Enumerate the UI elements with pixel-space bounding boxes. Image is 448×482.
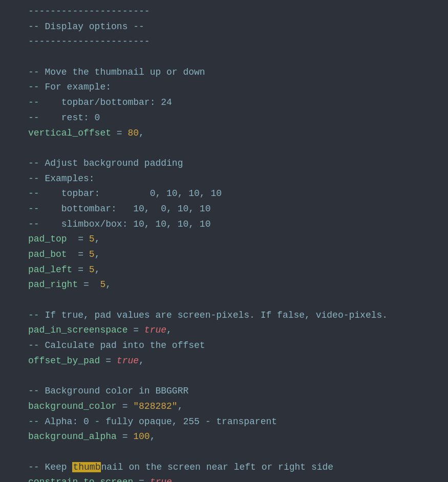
code-line: -- Adjust background padding	[28, 156, 438, 171]
code-line: -- topbar: 0, 10, 10, 10	[28, 186, 438, 202]
code-line: -- Calculate pad into the offset	[28, 338, 438, 354]
code-key: background_alpha	[28, 431, 117, 442]
code-line: -- For example:	[28, 80, 438, 95]
code-key: offset_by_pad	[28, 356, 100, 366]
code-line: -- topbar/bottombar: 24	[28, 95, 438, 111]
code-line: pad_left = 5,	[28, 262, 438, 278]
code-line: -- Examples:	[28, 171, 438, 187]
code-key: pad_right	[28, 279, 78, 290]
code-line: -- slimbox/box: 10, 10, 10, 10	[28, 217, 438, 232]
code-value: 5	[89, 249, 95, 259]
code-value: true	[117, 356, 139, 366]
code-value: 80	[127, 128, 139, 138]
code-line: ----------------------	[28, 34, 438, 50]
code-line: -- If true, pad values are screen-pixels…	[28, 308, 438, 323]
code-value: 100	[133, 431, 150, 442]
code-line: -- Move the thumbnail up or down	[28, 65, 438, 80]
code-value: 5	[89, 234, 95, 244]
code-line: -- Display options --	[28, 19, 438, 35]
code-value: 5	[89, 265, 95, 275]
code-line: pad_in_screenspace = true,	[28, 323, 438, 338]
code-line: -- bottombar: 10, 0, 10, 10	[28, 202, 438, 217]
code-line: constrain_to_screen = true,	[28, 475, 438, 482]
code-line: -- Background color in BBGGRR	[28, 384, 438, 399]
code-value: 5	[95, 279, 106, 290]
code-key: pad_in_screenspace	[28, 325, 127, 335]
code-value: true	[144, 325, 166, 335]
code-key: vertical_offset	[28, 128, 111, 138]
highlighted-word: thumb	[72, 462, 101, 472]
code-line: background_color = "828282",	[28, 399, 438, 414]
code-line: pad_right = 5,	[28, 277, 438, 293]
code-key: pad_top	[28, 234, 67, 244]
code-line: ----------------------	[28, 4, 438, 19]
code-value: "828282"	[133, 401, 177, 411]
code-line: -- Alpha: 0 - fully opaque, 255 - transp…	[28, 414, 438, 430]
code-line: offset_by_pad = true,	[28, 354, 438, 369]
code-key: constrain_to_screen	[28, 477, 133, 482]
code-line: background_alpha = 100,	[28, 429, 438, 445]
code-key: pad_bot	[28, 249, 67, 259]
code-line: vertical_offset = 80,	[28, 126, 438, 141]
code-editor: ------------------------ Display options…	[0, 0, 448, 482]
code-line: pad_bot = 5,	[28, 247, 438, 262]
code-key: background_color	[28, 401, 117, 411]
code-line: pad_top = 5,	[28, 232, 438, 247]
code-line: -- Keep thumbnail on the screen near lef…	[28, 460, 438, 475]
code-value: true	[150, 477, 172, 482]
code-line: -- rest: 0	[28, 111, 438, 126]
code-key: pad_left	[28, 265, 72, 275]
